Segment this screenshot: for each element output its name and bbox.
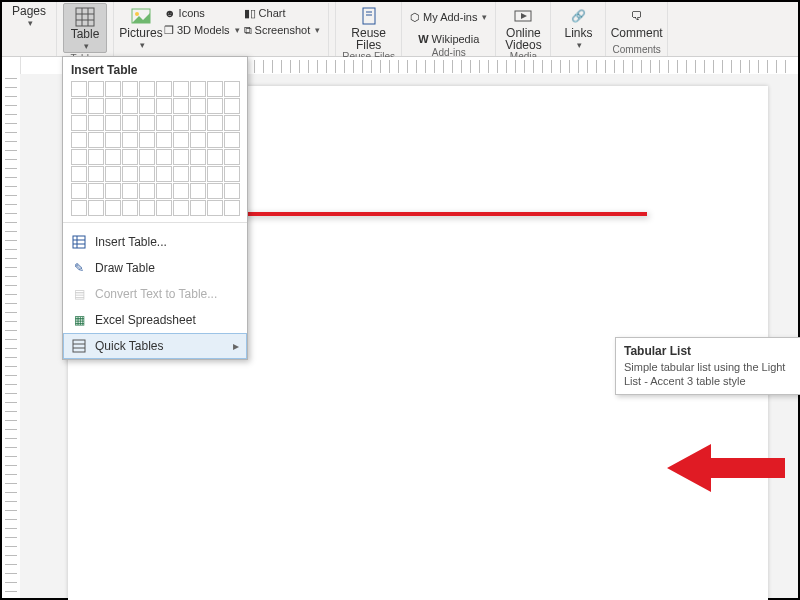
grid-cell[interactable] bbox=[88, 183, 104, 199]
grid-cell[interactable] bbox=[122, 183, 138, 199]
grid-cell[interactable] bbox=[88, 115, 104, 131]
grid-cell[interactable] bbox=[88, 98, 104, 114]
grid-cell[interactable] bbox=[224, 81, 240, 97]
grid-cell[interactable] bbox=[71, 200, 87, 216]
grid-cell[interactable] bbox=[71, 132, 87, 148]
grid-cell[interactable] bbox=[156, 115, 172, 131]
menu-insert-table[interactable]: Insert Table... bbox=[63, 229, 247, 255]
scroll-up-icon[interactable]: ▲ bbox=[629, 214, 645, 216]
grid-cell[interactable] bbox=[88, 149, 104, 165]
links-button[interactable]: 🔗 Links ▾ bbox=[557, 3, 599, 51]
grid-cell[interactable] bbox=[88, 132, 104, 148]
grid-cell[interactable] bbox=[105, 132, 121, 148]
pages-button[interactable]: Pages ▾ bbox=[8, 3, 50, 44]
grid-cell[interactable] bbox=[139, 200, 155, 216]
grid-cell[interactable] bbox=[71, 81, 87, 97]
grid-cell[interactable] bbox=[71, 166, 87, 182]
grid-cell[interactable] bbox=[156, 81, 172, 97]
grid-cell[interactable] bbox=[88, 200, 104, 216]
3d-models-button[interactable]: ❒3D Models▾ bbox=[162, 22, 242, 38]
vertical-ruler[interactable] bbox=[2, 74, 21, 598]
grid-cell[interactable] bbox=[139, 166, 155, 182]
grid-cell[interactable] bbox=[173, 166, 189, 182]
menu-excel-spreadsheet[interactable]: ▦ Excel Spreadsheet bbox=[63, 307, 247, 333]
grid-cell[interactable] bbox=[224, 132, 240, 148]
grid-cell[interactable] bbox=[122, 115, 138, 131]
grid-cell[interactable] bbox=[71, 149, 87, 165]
grid-cell[interactable] bbox=[122, 200, 138, 216]
grid-cell[interactable] bbox=[173, 149, 189, 165]
grid-cell[interactable] bbox=[156, 149, 172, 165]
grid-cell[interactable] bbox=[190, 115, 206, 131]
grid-cell[interactable] bbox=[105, 98, 121, 114]
wikipedia-button[interactable]: WWikipedia bbox=[416, 31, 481, 47]
grid-cell[interactable] bbox=[156, 183, 172, 199]
grid-cell[interactable] bbox=[139, 132, 155, 148]
icons-button[interactable]: ☻Icons bbox=[162, 5, 242, 21]
grid-cell[interactable] bbox=[105, 166, 121, 182]
grid-cell[interactable] bbox=[207, 98, 223, 114]
grid-cell[interactable] bbox=[139, 115, 155, 131]
grid-cell[interactable] bbox=[105, 200, 121, 216]
grid-cell[interactable] bbox=[156, 200, 172, 216]
grid-cell[interactable] bbox=[156, 166, 172, 182]
grid-cell[interactable] bbox=[122, 98, 138, 114]
grid-cell[interactable] bbox=[105, 149, 121, 165]
grid-cell[interactable] bbox=[122, 81, 138, 97]
grid-cell[interactable] bbox=[139, 98, 155, 114]
grid-cell[interactable] bbox=[207, 81, 223, 97]
table-button[interactable]: Table ▾ bbox=[63, 3, 107, 53]
grid-cell[interactable] bbox=[105, 183, 121, 199]
grid-cell[interactable] bbox=[139, 149, 155, 165]
screenshot-button[interactable]: ⧉Screenshot▾ bbox=[242, 22, 323, 38]
scroll-down-icon[interactable]: ▼ bbox=[629, 212, 645, 214]
grid-cell[interactable] bbox=[122, 166, 138, 182]
table-size-grid[interactable] bbox=[63, 81, 247, 216]
grid-cell[interactable] bbox=[122, 132, 138, 148]
grid-cell[interactable] bbox=[105, 81, 121, 97]
grid-cell[interactable] bbox=[173, 115, 189, 131]
grid-cell[interactable] bbox=[122, 149, 138, 165]
grid-cell[interactable] bbox=[207, 132, 223, 148]
grid-cell[interactable] bbox=[224, 149, 240, 165]
grid-cell[interactable] bbox=[88, 81, 104, 97]
grid-cell[interactable] bbox=[173, 98, 189, 114]
my-addins-button[interactable]: ⬡My Add-ins▾ bbox=[408, 9, 489, 25]
grid-cell[interactable] bbox=[71, 115, 87, 131]
grid-cell[interactable] bbox=[156, 132, 172, 148]
online-videos-button[interactable]: Online Videos bbox=[502, 3, 544, 51]
grid-cell[interactable] bbox=[139, 183, 155, 199]
grid-cell[interactable] bbox=[173, 183, 189, 199]
grid-cell[interactable] bbox=[173, 200, 189, 216]
grid-cell[interactable] bbox=[224, 183, 240, 199]
grid-cell[interactable] bbox=[173, 81, 189, 97]
grid-cell[interactable] bbox=[224, 115, 240, 131]
grid-cell[interactable] bbox=[105, 115, 121, 131]
grid-cell[interactable] bbox=[207, 183, 223, 199]
pictures-button[interactable]: Pictures ▾ bbox=[120, 3, 162, 51]
grid-cell[interactable] bbox=[190, 149, 206, 165]
comment-button[interactable]: 🗨 Comment bbox=[616, 3, 658, 44]
grid-cell[interactable] bbox=[190, 166, 206, 182]
grid-cell[interactable] bbox=[207, 166, 223, 182]
grid-cell[interactable] bbox=[190, 183, 206, 199]
grid-cell[interactable] bbox=[139, 81, 155, 97]
grid-cell[interactable] bbox=[207, 200, 223, 216]
menu-quick-tables[interactable]: Quick Tables ▸ bbox=[63, 333, 247, 359]
grid-cell[interactable] bbox=[224, 98, 240, 114]
grid-cell[interactable] bbox=[224, 200, 240, 216]
grid-cell[interactable] bbox=[190, 98, 206, 114]
grid-cell[interactable] bbox=[156, 98, 172, 114]
menu-draw-table[interactable]: ✎ Draw Table bbox=[63, 255, 247, 281]
reuse-files-button[interactable]: Reuse Files bbox=[348, 3, 390, 51]
grid-cell[interactable] bbox=[190, 200, 206, 216]
grid-cell[interactable] bbox=[190, 81, 206, 97]
chart-button[interactable]: ▮▯Chart bbox=[242, 5, 323, 21]
grid-cell[interactable] bbox=[190, 132, 206, 148]
grid-cell[interactable] bbox=[88, 166, 104, 182]
grid-cell[interactable] bbox=[71, 98, 87, 114]
grid-cell[interactable] bbox=[71, 183, 87, 199]
grid-cell[interactable] bbox=[207, 115, 223, 131]
grid-cell[interactable] bbox=[173, 132, 189, 148]
grid-cell[interactable] bbox=[224, 166, 240, 182]
